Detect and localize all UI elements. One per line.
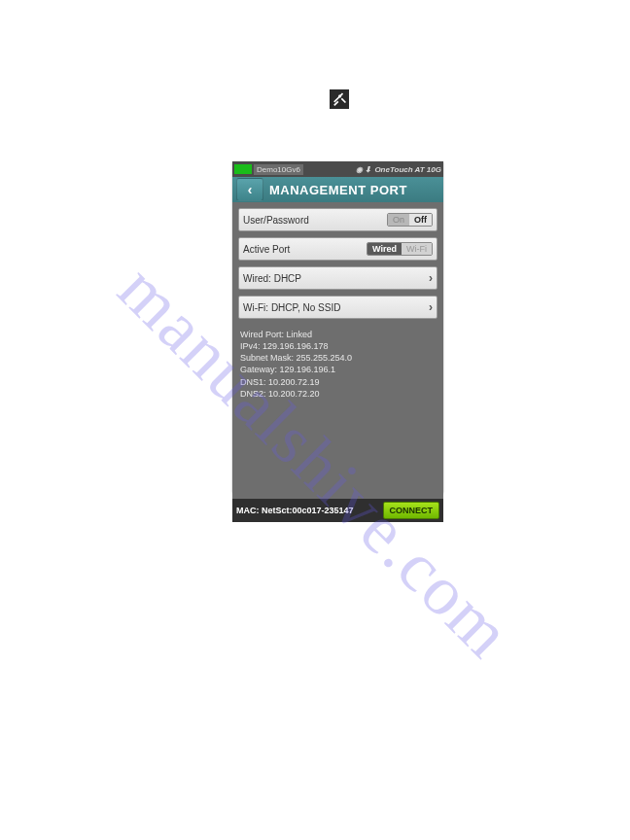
info-line: IPv4: 129.196.196.178 [240,340,436,352]
content-area: User/Password On Off Active Port Wired W… [232,202,443,411]
document-page: Demo10Gv6 ◉ ⬇ OneTouch AT 10G ‹ MANAGEME… [0,0,630,840]
chevron-right-icon: › [429,271,433,285]
row-wifi-config[interactable]: Wi-Fi: DHCP, No SSID › [238,296,438,319]
connect-button[interactable]: CONNECT [383,502,440,519]
empty-area [232,411,443,499]
product-name: OneTouch AT 10G [374,165,441,174]
toggle-on: On [388,214,409,226]
back-button[interactable]: ‹ [236,178,263,201]
row-label: Wired: DHCP [243,273,301,284]
toggle-active-port[interactable]: Wired Wi-Fi [367,242,433,256]
info-line: Gateway: 129.196.196.1 [240,364,436,375]
status-icons: ◉ ⬇ [356,165,371,174]
row-active-port[interactable]: Active Port Wired Wi-Fi [238,237,438,261]
chevron-left-icon: ‹ [248,182,253,197]
mac-address: MAC: NetSct:00c017-235147 [236,506,354,515]
title-bar: ‹ MANAGEMENT PORT [232,177,443,202]
profile-name: Demo10Gv6 [254,164,303,175]
row-label: Wi-Fi: DHCP, No SSID [243,302,340,313]
status-bar: Demo10Gv6 ◉ ⬇ OneTouch AT 10G [232,161,443,177]
footer-bar: MAC: NetSct:00c017-235147 CONNECT [232,499,443,522]
row-label: Active Port [243,244,290,255]
toggle-wired: Wired [368,243,402,255]
row-label: User/Password [243,215,309,226]
info-line: Wired Port: Linked [240,329,436,340]
chevron-right-icon: › [429,300,433,314]
battery-icon [234,164,252,174]
info-line: DNS2: 10.200.72.20 [240,388,436,400]
toggle-user-password[interactable]: On Off [387,213,433,227]
wrench-screwdriver-icon [332,92,346,106]
device-screenshot: Demo10Gv6 ◉ ⬇ OneTouch AT 10G ‹ MANAGEME… [232,161,443,492]
row-wired-config[interactable]: Wired: DHCP › [238,266,438,290]
info-line: DNS1: 10.200.72.19 [240,376,436,388]
screen-title: MANAGEMENT PORT [263,183,443,197]
info-line: Subnet Mask: 255.255.254.0 [240,352,436,364]
row-user-password[interactable]: User/Password On Off [238,208,438,231]
toggle-off: Off [409,214,432,226]
toggle-wifi: Wi-Fi [402,243,432,255]
network-info: Wired Port: Linked IPv4: 129.196.196.178… [238,325,438,407]
tools-icon [330,89,349,109]
